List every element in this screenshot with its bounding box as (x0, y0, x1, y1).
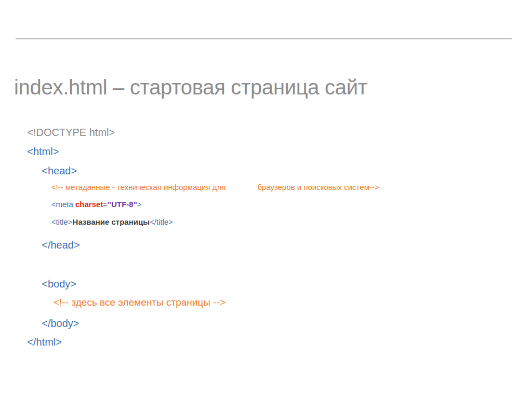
title-divider-rule (16, 38, 512, 39)
body-comment: <!-- здесь все элементы страницы --> (54, 297, 225, 308)
meta-comment-part1: <!-- метаданные - техническая информация… (51, 183, 226, 191)
html-close-tag: </html> (27, 336, 62, 348)
meta-equals-sign: = (103, 200, 108, 209)
meta-attr-name: charset (75, 200, 103, 209)
title-tag-content: Название страницы (73, 217, 150, 226)
meta-tag-open: <meta (51, 200, 75, 209)
title-close-tag: </title> (150, 217, 173, 226)
head-close-tag: </head> (42, 239, 79, 251)
presentation-slide: index.html – стартовая страница сайт <!D… (0, 0, 532, 398)
code-line-head-close: </head> (30, 228, 80, 262)
slide-title: index.html – стартовая страница сайт (14, 76, 367, 99)
title-open-tag: <title> (51, 217, 73, 226)
meta-comment-part2: браузеров и поисковых систем--> (257, 183, 379, 191)
meta-tag-close: > (137, 200, 142, 209)
code-line-html-close: </html> (16, 325, 62, 359)
meta-attr-value: "UTF-8" (108, 200, 137, 209)
